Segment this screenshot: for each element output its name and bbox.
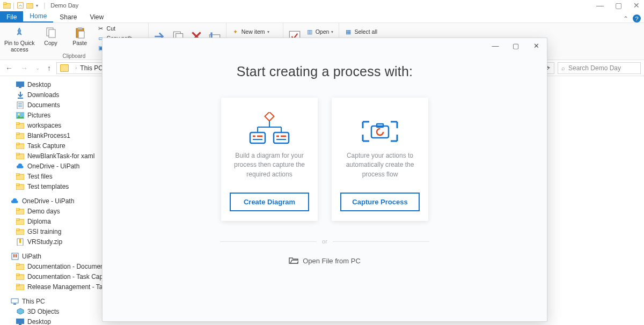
diagram-icon bbox=[247, 109, 292, 149]
svg-rect-43 bbox=[12, 253, 18, 260]
pc-icon bbox=[11, 298, 19, 305]
svg-rect-5 bbox=[49, 29, 55, 38]
capture-icon bbox=[357, 109, 402, 149]
search-placeholder: Search Demo Day bbox=[568, 64, 621, 72]
capture-process-card: Capture your actions to automatically cr… bbox=[332, 98, 428, 221]
create-diagram-card: Build a diagram for your process then ca… bbox=[221, 98, 318, 221]
properties-icon[interactable] bbox=[17, 2, 24, 9]
folder-icon bbox=[16, 152, 24, 159]
folder-icon bbox=[16, 132, 24, 139]
svg-rect-52 bbox=[11, 299, 18, 303]
paste-button[interactable]: Paste bbox=[67, 24, 93, 47]
recent-dropdown[interactable]: ⌄ bbox=[33, 65, 42, 71]
tree-item-label: OneDrive - UiPath bbox=[27, 162, 79, 170]
tree-item-label: Pictures bbox=[27, 112, 50, 119]
tab-view[interactable]: View bbox=[83, 11, 110, 23]
tree-item-label: GSI training bbox=[27, 228, 61, 235]
minimize-button[interactable]: — bbox=[596, 1, 604, 10]
svg-rect-30 bbox=[16, 153, 19, 155]
svg-rect-55 bbox=[19, 324, 21, 325]
tree-item-label: NewBlankTask-for xaml bbox=[27, 152, 94, 160]
tab-home[interactable]: Home bbox=[23, 10, 53, 23]
pin-to-quick-access-button[interactable]: Pin to Quick access bbox=[4, 24, 35, 53]
new-folder-icon[interactable] bbox=[26, 2, 34, 9]
svg-rect-54 bbox=[16, 319, 24, 324]
capture-process-button[interactable]: Capture Process bbox=[340, 193, 420, 211]
tree-item-label: BlankProcess1 bbox=[27, 132, 70, 139]
tree-item-label: Documentation - Documents bbox=[27, 263, 109, 270]
dialog-close-button[interactable]: ✕ bbox=[530, 42, 543, 50]
doc-icon bbox=[16, 101, 24, 108]
select-all-button[interactable]: ▦Select all bbox=[343, 27, 385, 36]
tree-item-label: Documents bbox=[27, 101, 60, 109]
folder-icon bbox=[16, 142, 24, 149]
svg-point-22 bbox=[18, 113, 20, 115]
capture-process-desc: Capture your actions to automatically cr… bbox=[340, 151, 420, 193]
new-item-button[interactable]: ✦New item ▾ bbox=[231, 27, 279, 36]
qat-dropdown-icon[interactable]: ▾ bbox=[36, 3, 38, 8]
svg-rect-34 bbox=[16, 183, 19, 186]
chevron-up-icon[interactable]: ⌃ bbox=[623, 15, 628, 23]
open-button[interactable]: ▥Open ▾ bbox=[305, 27, 335, 36]
folder-icon bbox=[16, 122, 24, 129]
folder-icon bbox=[16, 208, 24, 215]
folder-icon bbox=[16, 283, 24, 290]
or-divider: or bbox=[220, 238, 429, 245]
svg-rect-26 bbox=[16, 132, 19, 135]
cloud-icon bbox=[11, 197, 19, 204]
folder-icon bbox=[16, 273, 24, 280]
search-box[interactable]: ⌕ Search Demo Day bbox=[558, 62, 641, 74]
folder-open-icon bbox=[289, 256, 298, 265]
tree-item-label: Desktop bbox=[27, 318, 51, 326]
open-file-label: Open File from PC bbox=[303, 257, 361, 265]
svg-rect-60 bbox=[265, 112, 274, 121]
qat-sep: | bbox=[13, 2, 14, 9]
tree-item-label: Test files bbox=[27, 173, 53, 180]
tree-item-label: 3D Objects bbox=[27, 308, 59, 315]
svg-rect-49 bbox=[16, 274, 19, 276]
copy-button[interactable]: Copy bbox=[38, 24, 64, 47]
create-diagram-button[interactable]: Create Diagram bbox=[230, 193, 309, 211]
folder-icon bbox=[16, 218, 24, 225]
dialog-minimize-button[interactable]: — bbox=[489, 42, 502, 50]
svg-rect-7 bbox=[78, 27, 82, 29]
3d-icon bbox=[16, 308, 24, 315]
svg-rect-3 bbox=[26, 4, 33, 9]
svg-rect-8 bbox=[78, 31, 84, 38]
task-capture-dialog: — ▢ ✕ Start creating a process with: bbox=[102, 38, 547, 322]
download-icon bbox=[16, 91, 24, 98]
desktop-icon bbox=[16, 318, 24, 325]
close-button[interactable]: ✕ bbox=[632, 1, 641, 10]
tab-file[interactable]: File bbox=[0, 11, 23, 23]
dialog-maximize-button[interactable]: ▢ bbox=[509, 42, 522, 50]
open-file-from-pc[interactable]: Open File from PC bbox=[289, 256, 361, 265]
folder-icon bbox=[16, 263, 24, 270]
tree-item-label: Task Capture bbox=[27, 142, 65, 150]
svg-rect-24 bbox=[16, 122, 19, 124]
up-button[interactable]: ↑ bbox=[45, 64, 53, 72]
tree-item-label: Diploma bbox=[27, 218, 51, 225]
svg-rect-14 bbox=[16, 82, 24, 87]
svg-rect-45 bbox=[16, 254, 17, 257]
folder-icon bbox=[60, 64, 69, 72]
svg-rect-69 bbox=[274, 132, 289, 143]
cloud-icon bbox=[16, 162, 24, 169]
svg-rect-28 bbox=[16, 143, 19, 145]
maximize-button[interactable]: ▢ bbox=[614, 1, 623, 10]
svg-rect-1 bbox=[3, 3, 6, 5]
tree-item-label: This PC bbox=[22, 298, 45, 305]
back-button[interactable]: ← bbox=[3, 64, 15, 72]
svg-rect-51 bbox=[16, 284, 19, 286]
svg-rect-44 bbox=[13, 254, 14, 257]
tree-item-label: Desktop bbox=[27, 81, 51, 88]
svg-rect-65 bbox=[250, 132, 265, 143]
tree-item-label: OneDrive - UiPath bbox=[22, 197, 74, 205]
svg-rect-40 bbox=[16, 228, 19, 231]
crumb-root[interactable]: This PC bbox=[80, 64, 103, 72]
folder-icon bbox=[16, 228, 24, 235]
help-icon[interactable]: ? bbox=[633, 14, 641, 23]
folder-icon bbox=[16, 173, 24, 180]
forward-button[interactable]: → bbox=[18, 64, 30, 72]
cut-button[interactable]: ✂Cut bbox=[96, 24, 144, 33]
tab-share[interactable]: Share bbox=[53, 11, 83, 23]
